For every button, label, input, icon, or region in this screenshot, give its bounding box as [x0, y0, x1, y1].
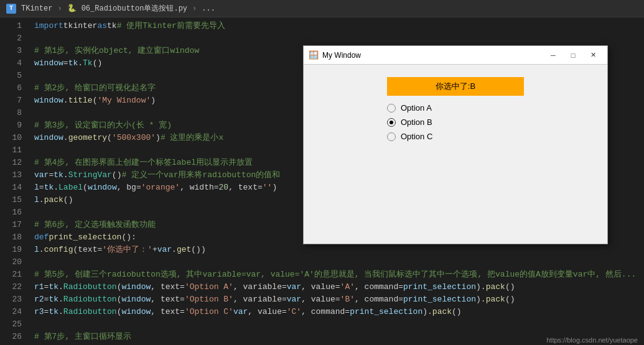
app-name: TKinter	[21, 4, 52, 13]
tk-window-icon: 🪟	[309, 50, 319, 60]
code-line: import tkinter as tk # 使用Tkinter前需要先导入	[34, 20, 644, 32]
ellipsis: ...	[202, 4, 215, 13]
tk-title-bar: 🪟 My Window ─ □ ✕	[304, 46, 607, 65]
title-bar: T TKinter › 🐍 06_Radiobutton单选按钮.py › ..…	[0, 0, 644, 17]
code-line: l.config(text='你选中了：' + var.get())	[34, 244, 644, 256]
radio-group: Option AOption BOption C	[387, 103, 524, 141]
radio-circle-b	[387, 118, 396, 127]
selection-label: 你选中了:B	[387, 77, 524, 96]
code-line: # 第5步, 创建三个radiobutton选项, 其中variable=var…	[34, 269, 644, 281]
tk-content: 你选中了:B Option AOption BOption C	[304, 65, 607, 244]
radio-item-b[interactable]: Option B	[387, 117, 524, 127]
radio-label-b: Option B	[401, 117, 432, 127]
tk-window-controls: ─ □ ✕	[544, 49, 602, 62]
sep1: ›	[57, 4, 62, 13]
code-line: r1 = tk.Radiobutton(window, text='Option…	[34, 281, 644, 293]
radio-circle-a	[387, 104, 396, 113]
code-line: r2 = tk.Radiobutton(window, text='Option…	[34, 293, 644, 306]
code-line	[34, 318, 644, 331]
tk-window: 🪟 My Window ─ □ ✕ 你选中了:B Option AOption …	[303, 45, 608, 244]
tk-window-title: My Window	[322, 51, 540, 60]
bottom-bar: https://blog.csdn.net/yuetaope	[540, 335, 644, 345]
code-line	[34, 32, 644, 45]
line-numbers: 1234567891011121314151617181920212223242…	[0, 17, 28, 345]
radio-item-c[interactable]: Option C	[387, 132, 524, 141]
minimize-button[interactable]: ─	[544, 49, 562, 62]
code-line	[34, 256, 644, 269]
code-line: r3 = tk.Radiobutton(window, text='Option…	[34, 306, 644, 318]
maximize-button[interactable]: □	[564, 49, 582, 62]
radio-item-a[interactable]: Option A	[387, 103, 524, 113]
url-text: https://blog.csdn.net/yuetaope	[546, 336, 638, 344]
file-icon: 🐍	[67, 4, 77, 13]
sep2: ›	[192, 4, 197, 13]
app-icon: T	[6, 4, 16, 14]
close-button[interactable]: ✕	[584, 49, 602, 62]
radio-label-a: Option A	[401, 103, 432, 113]
editor-area: 1234567891011121314151617181920212223242…	[0, 17, 644, 345]
radio-label-c: Option C	[401, 132, 432, 141]
radio-circle-c	[387, 132, 396, 141]
file-name: 06_Radiobutton单选按钮.py	[82, 3, 187, 14]
